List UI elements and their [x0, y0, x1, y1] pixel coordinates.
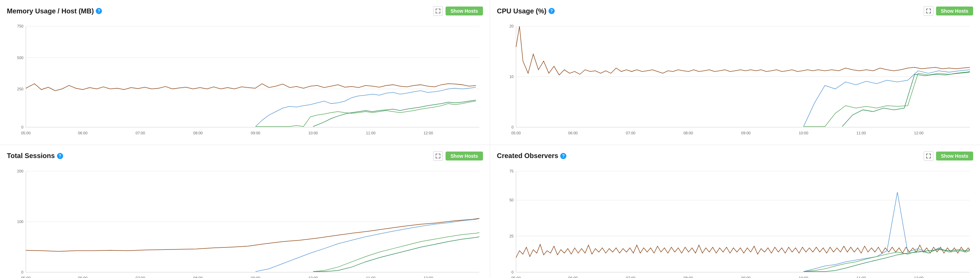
svg-text:12:00: 12:00 — [423, 131, 433, 135]
svg-text:08:00: 08:00 — [683, 276, 693, 278]
svg-text:06:00: 06:00 — [78, 131, 88, 135]
svg-text:25: 25 — [509, 234, 513, 238]
panel-cpu-usage: CPU Usage (%) ? Show Hosts 20 10 0 — [490, 0, 980, 145]
help-icon-cpu[interactable]: ? — [549, 8, 555, 14]
svg-text:12:00: 12:00 — [914, 131, 923, 135]
panel-title-memory: Memory Usage / Host (MB) — [7, 7, 94, 15]
expand-button-memory[interactable] — [433, 6, 443, 16]
svg-text:07:00: 07:00 — [626, 131, 635, 135]
svg-text:07:00: 07:00 — [135, 131, 145, 135]
svg-text:100: 100 — [17, 220, 23, 224]
title-group-sessions: Total Sessions ? — [7, 152, 63, 160]
svg-text:06:00: 06:00 — [568, 131, 578, 135]
expand-button-cpu[interactable] — [924, 6, 933, 16]
panel-header-memory: Memory Usage / Host (MB) ? Show Hosts — [7, 6, 483, 16]
svg-text:12:00: 12:00 — [914, 276, 923, 278]
svg-text:75: 75 — [509, 169, 513, 173]
chart-memory: 750 500 250 0 05:00 06:00 07:00 08:00 09… — [7, 19, 483, 141]
title-group-cpu: CPU Usage (%) ? — [497, 7, 555, 15]
svg-text:09:00: 09:00 — [741, 131, 751, 135]
show-hosts-button-sessions[interactable]: Show Hosts — [445, 152, 483, 160]
controls-cpu: Show Hosts — [924, 6, 973, 16]
expand-button-sessions[interactable] — [433, 151, 443, 161]
svg-text:09:00: 09:00 — [251, 276, 261, 278]
svg-text:250: 250 — [17, 87, 23, 91]
svg-text:0: 0 — [511, 125, 514, 129]
svg-text:10:00: 10:00 — [308, 131, 318, 135]
chart-cpu: 20 10 0 05:00 06:00 07:00 08:00 09:00 10… — [497, 19, 974, 141]
svg-text:07:00: 07:00 — [626, 276, 635, 278]
svg-text:11:00: 11:00 — [366, 131, 375, 135]
help-icon-memory[interactable]: ? — [96, 8, 102, 14]
controls-sessions: Show Hosts — [433, 151, 483, 161]
show-hosts-button-observers[interactable]: Show Hosts — [936, 152, 973, 160]
svg-text:50: 50 — [509, 198, 513, 202]
dashboard: Memory Usage / Host (MB) ? Show Hosts — [0, 0, 980, 278]
svg-text:0: 0 — [21, 270, 23, 274]
svg-text:06:00: 06:00 — [78, 276, 88, 278]
panel-header-sessions: Total Sessions ? Show Hosts — [7, 151, 483, 161]
panel-created-observers: Created Observers ? Show Hosts 75 50 25 — [490, 145, 980, 278]
svg-text:10: 10 — [509, 75, 513, 79]
chart-observers: 75 50 25 0 05:00 06:00 07:00 08:00 09:00… — [497, 164, 974, 278]
panel-header-cpu: CPU Usage (%) ? Show Hosts — [497, 6, 974, 16]
svg-text:11:00: 11:00 — [856, 276, 866, 278]
panel-header-observers: Created Observers ? Show Hosts — [497, 151, 974, 161]
help-icon-sessions[interactable]: ? — [57, 153, 63, 159]
svg-text:05:00: 05:00 — [511, 276, 521, 278]
panel-title-observers: Created Observers — [497, 152, 558, 160]
title-group-memory: Memory Usage / Host (MB) ? — [7, 7, 102, 15]
panel-total-sessions: Total Sessions ? Show Hosts 200 100 0 — [0, 145, 490, 278]
svg-text:11:00: 11:00 — [366, 276, 375, 278]
controls-memory: Show Hosts — [433, 6, 483, 16]
svg-text:05:00: 05:00 — [21, 131, 30, 135]
svg-text:05:00: 05:00 — [511, 131, 521, 135]
controls-observers: Show Hosts — [924, 151, 973, 161]
svg-text:08:00: 08:00 — [193, 131, 203, 135]
svg-text:750: 750 — [17, 24, 23, 28]
svg-text:20: 20 — [509, 24, 513, 28]
svg-text:07:00: 07:00 — [135, 276, 145, 278]
expand-button-observers[interactable] — [924, 151, 933, 161]
svg-text:12:00: 12:00 — [423, 276, 433, 278]
show-hosts-button-memory[interactable]: Show Hosts — [445, 6, 483, 16]
title-group-observers: Created Observers ? — [497, 152, 567, 160]
chart-sessions: 200 100 0 05:00 06:00 07:00 08:00 09:00 … — [7, 164, 483, 278]
svg-text:10:00: 10:00 — [799, 276, 808, 278]
help-icon-observers[interactable]: ? — [560, 153, 566, 159]
panel-title-cpu: CPU Usage (%) — [497, 7, 546, 15]
svg-text:06:00: 06:00 — [568, 276, 578, 278]
svg-text:09:00: 09:00 — [741, 276, 751, 278]
panel-memory-usage: Memory Usage / Host (MB) ? Show Hosts — [0, 0, 490, 145]
svg-text:11:00: 11:00 — [856, 131, 866, 135]
svg-text:10:00: 10:00 — [799, 131, 808, 135]
svg-text:500: 500 — [17, 56, 23, 60]
svg-text:0: 0 — [511, 270, 514, 274]
svg-text:09:00: 09:00 — [251, 131, 261, 135]
svg-text:10:00: 10:00 — [308, 276, 318, 278]
svg-text:0: 0 — [21, 125, 23, 129]
svg-text:08:00: 08:00 — [193, 276, 203, 278]
svg-text:200: 200 — [17, 169, 23, 173]
svg-text:08:00: 08:00 — [683, 131, 693, 135]
panel-title-sessions: Total Sessions — [7, 152, 55, 160]
svg-text:05:00: 05:00 — [21, 276, 30, 278]
show-hosts-button-cpu[interactable]: Show Hosts — [936, 6, 973, 16]
